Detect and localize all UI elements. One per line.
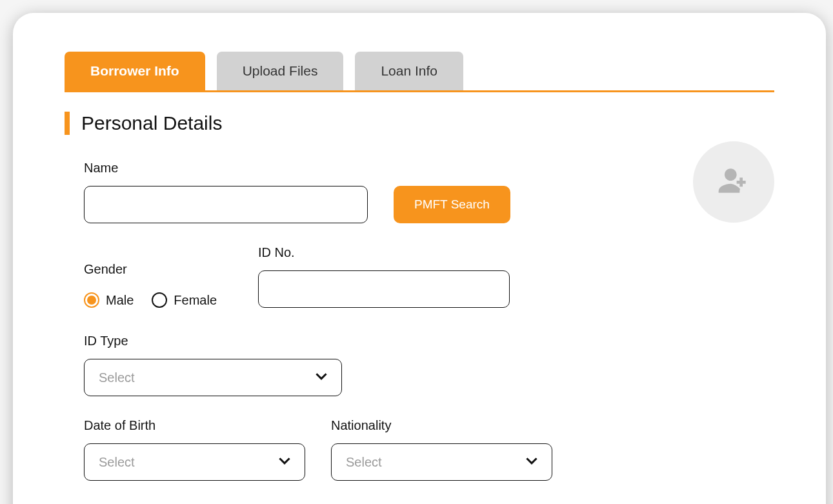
pmft-search-button[interactable]: PMFT Search xyxy=(394,186,510,223)
nationality-select[interactable]: Select xyxy=(331,443,552,481)
dob-label: Date of Birth xyxy=(84,418,305,433)
id-type-label: ID Type xyxy=(84,334,342,348)
field-id-no: ID No. xyxy=(258,245,510,308)
tabs-row: Borrower Info Upload Files Loan Info xyxy=(65,52,774,92)
radio-female[interactable]: Female xyxy=(152,292,217,308)
row-id: Gender Male Female ID No. ID Type xyxy=(84,245,774,396)
radio-male[interactable]: Male xyxy=(84,292,134,308)
radio-label: Male xyxy=(106,293,134,308)
avatar-upload-button[interactable] xyxy=(693,141,774,223)
chevron-down-icon xyxy=(276,452,293,472)
row-demographics: Date of Birth Select Nationality Select xyxy=(84,418,774,504)
form-card: Borrower Info Upload Files Loan Info Per… xyxy=(13,13,826,504)
tab-upload-files[interactable]: Upload Files xyxy=(217,52,344,90)
select-placeholder: Select xyxy=(99,370,135,385)
tab-borrower-info[interactable]: Borrower Info xyxy=(65,52,205,90)
tab-label: Borrower Info xyxy=(90,63,179,78)
dob-select[interactable]: Select xyxy=(84,443,305,481)
id-no-label: ID No. xyxy=(258,245,510,260)
field-nationality: Nationality Select xyxy=(331,418,552,481)
gender-label: Gender xyxy=(84,262,232,277)
radio-label: Female xyxy=(174,293,217,308)
nationality-label: Nationality xyxy=(331,418,552,433)
tab-label: Loan Info xyxy=(381,63,437,78)
field-name: Name xyxy=(84,161,368,223)
form-content: Name PMFT Search Gender Male Female xyxy=(65,161,774,504)
field-gender: Gender Male Female xyxy=(84,262,232,308)
section-accent-bar xyxy=(65,112,70,135)
chevron-down-icon xyxy=(313,368,330,388)
field-id-type: ID Type Select xyxy=(84,334,342,396)
name-input[interactable] xyxy=(84,186,368,223)
name-label: Name xyxy=(84,161,368,176)
select-placeholder: Select xyxy=(346,455,382,470)
radio-circle-icon xyxy=(152,292,167,308)
tab-loan-info[interactable]: Loan Info xyxy=(355,52,463,90)
radio-circle-icon xyxy=(84,292,99,308)
select-placeholder: Select xyxy=(99,455,135,470)
section-title: Personal Details xyxy=(81,112,222,134)
field-dob: Date of Birth Select xyxy=(84,418,305,481)
gender-radio-group: Male Female xyxy=(84,292,232,308)
tab-label: Upload Files xyxy=(243,63,318,78)
chevron-down-icon xyxy=(523,452,540,472)
id-type-select[interactable]: Select xyxy=(84,359,342,396)
row-name: Name PMFT Search xyxy=(84,161,774,223)
user-add-icon xyxy=(716,163,752,201)
id-no-input[interactable] xyxy=(258,270,510,308)
section-header: Personal Details xyxy=(65,112,774,135)
